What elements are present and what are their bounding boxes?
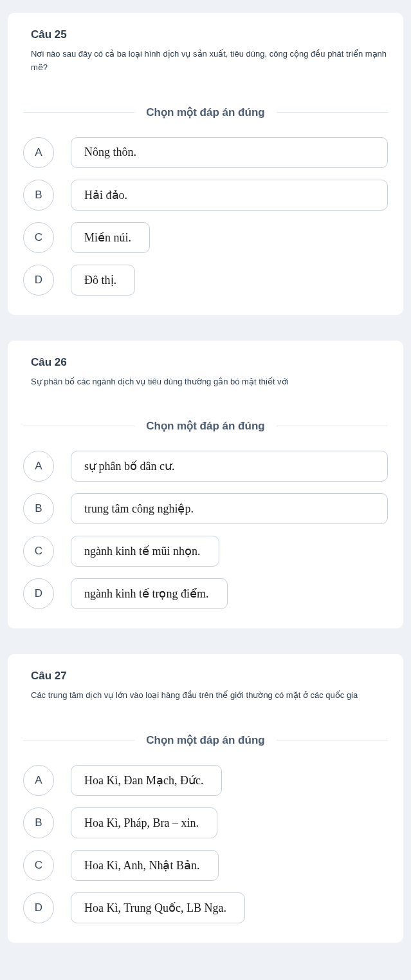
- option-letter[interactable]: D: [23, 578, 54, 609]
- instruction-row: Chọn một đáp án đúng: [23, 106, 388, 119]
- question-card: Câu 27Các trung tâm dịch vụ lớn vào loại…: [8, 654, 403, 943]
- instruction-label: Chọn một đáp án đúng: [134, 733, 276, 747]
- options-list: Asự phân bố dân cư.Btrung tâm công nghiệ…: [23, 451, 388, 609]
- quiz-container: Câu 25Nơi nào sau đây có cả ba loại hình…: [8, 13, 403, 943]
- option-text[interactable]: Đô thị.: [71, 265, 135, 296]
- option-row[interactable]: ANông thôn.: [23, 137, 388, 168]
- option-letter[interactable]: A: [23, 451, 54, 482]
- option-letter[interactable]: B: [23, 180, 54, 211]
- option-letter[interactable]: B: [23, 807, 54, 838]
- option-row[interactable]: CMiền núi.: [23, 222, 388, 253]
- option-text[interactable]: Miền núi.: [71, 222, 150, 253]
- instruction-label: Chọn một đáp án đúng: [134, 106, 276, 119]
- option-row[interactable]: Asự phân bố dân cư.: [23, 451, 388, 482]
- option-text[interactable]: trung tâm công nghiệp.: [71, 493, 388, 524]
- divider-line: [23, 740, 134, 740]
- option-text[interactable]: Hoa Kì, Trung Quốc, LB Nga.: [71, 892, 245, 923]
- question-body: Sự phân bố các ngành dịch vụ tiêu dùng t…: [23, 375, 388, 389]
- question-card: Câu 25Nơi nào sau đây có cả ba loại hình…: [8, 13, 403, 315]
- divider-line: [277, 426, 388, 426]
- option-text[interactable]: Hoa Kì, Pháp, Bra – xin.: [71, 807, 217, 838]
- divider-line: [23, 426, 134, 426]
- question-title: Câu 25: [23, 28, 388, 41]
- option-letter[interactable]: C: [23, 536, 54, 567]
- option-letter[interactable]: D: [23, 265, 54, 296]
- option-letter[interactable]: D: [23, 892, 54, 923]
- option-row[interactable]: CHoa Kì, Anh, Nhật Bản.: [23, 850, 388, 881]
- option-letter[interactable]: A: [23, 137, 54, 168]
- instruction-row: Chọn một đáp án đúng: [23, 419, 388, 433]
- option-row[interactable]: BHoa Kì, Pháp, Bra – xin.: [23, 807, 388, 838]
- option-letter[interactable]: B: [23, 493, 54, 524]
- option-letter[interactable]: C: [23, 222, 54, 253]
- options-list: ANông thôn.BHải đảo.CMiền núi.DĐô thị.: [23, 137, 388, 296]
- option-row[interactable]: DĐô thị.: [23, 265, 388, 296]
- option-text[interactable]: Hoa Kì, Anh, Nhật Bản.: [71, 850, 219, 881]
- option-text[interactable]: Hải đảo.: [71, 180, 388, 211]
- instruction-label: Chọn một đáp án đúng: [134, 419, 276, 433]
- option-text[interactable]: ngành kinh tế mũi nhọn.: [71, 536, 219, 567]
- option-row[interactable]: Dngành kinh tế trọng điểm.: [23, 578, 388, 609]
- option-row[interactable]: Btrung tâm công nghiệp.: [23, 493, 388, 524]
- option-text[interactable]: ngành kinh tế trọng điểm.: [71, 578, 228, 609]
- option-text[interactable]: sự phân bố dân cư.: [71, 451, 388, 482]
- option-letter[interactable]: C: [23, 850, 54, 881]
- option-text[interactable]: Nông thôn.: [71, 137, 388, 168]
- question-title: Câu 26: [23, 356, 388, 369]
- divider-line: [277, 740, 388, 740]
- option-row[interactable]: Cngành kinh tế mũi nhọn.: [23, 536, 388, 567]
- question-body: Nơi nào sau đây có cả ba loại hình dịch …: [23, 48, 388, 75]
- option-row[interactable]: AHoa Kì, Đan Mạch, Đức.: [23, 765, 388, 796]
- option-row[interactable]: DHoa Kì, Trung Quốc, LB Nga.: [23, 892, 388, 923]
- question-title: Câu 27: [23, 670, 388, 683]
- divider-line: [23, 112, 134, 113]
- question-card: Câu 26Sự phân bố các ngành dịch vụ tiêu …: [8, 341, 403, 629]
- options-list: AHoa Kì, Đan Mạch, Đức.BHoa Kì, Pháp, Br…: [23, 765, 388, 923]
- option-row[interactable]: BHải đảo.: [23, 180, 388, 211]
- question-body: Các trung tâm dịch vụ lớn vào loại hàng …: [23, 689, 388, 702]
- option-text[interactable]: Hoa Kì, Đan Mạch, Đức.: [71, 765, 222, 796]
- option-letter[interactable]: A: [23, 765, 54, 796]
- divider-line: [277, 112, 388, 113]
- instruction-row: Chọn một đáp án đúng: [23, 733, 388, 747]
